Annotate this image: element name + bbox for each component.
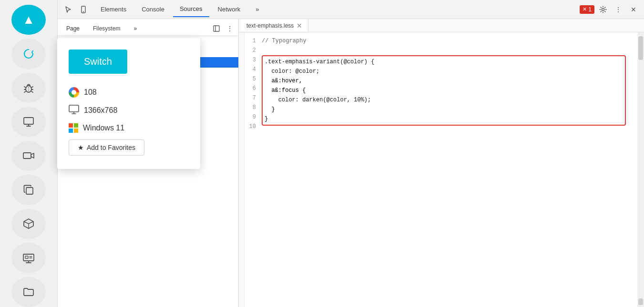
devtools-top-tabs: Elements Console Sources Network » ✕ 1 ⋮…	[58, 0, 644, 19]
sidebar: ▲	[0, 0, 57, 307]
line-numbers: 1 2 3 4 5 6 7 8 9 10	[245, 36, 262, 303]
resolution-value: 1366x768	[84, 106, 117, 115]
svg-rect-12	[26, 188, 33, 194]
svg-line-4	[31, 87, 33, 88]
code-editor-panel: text-emphasis.less ✕ 1 2 3 4 5 6 7	[239, 19, 644, 307]
sub-tab-page[interactable]: Page	[60, 22, 86, 35]
sidebar-btn-folder[interactable]	[11, 277, 46, 307]
code-line-6: a&:focus {	[265, 86, 623, 95]
editor-scrollbar[interactable]	[637, 32, 644, 307]
svg-rect-11	[23, 153, 31, 158]
tab-console[interactable]: Console	[135, 2, 171, 17]
tab-network[interactable]: Network	[211, 2, 247, 17]
favorites-label: Add to Favorites	[87, 144, 135, 151]
sub-tab-more[interactable]: »	[127, 22, 143, 35]
code-line-1: // Typography	[262, 36, 630, 46]
svg-line-3	[24, 91, 26, 92]
code-line-7: color: darken(@color, 10%);	[265, 95, 623, 105]
line-num-3: 3	[248, 55, 256, 65]
code-line-8: }	[265, 105, 623, 114]
svg-line-6	[31, 91, 33, 92]
svg-rect-28	[214, 26, 219, 31]
sources-sub-tabs: Page Filesystem » ⋮	[58, 21, 238, 36]
line-num-7: 7	[248, 93, 256, 103]
monitor-icon	[69, 104, 79, 117]
sidebar-btn-cube[interactable]	[11, 209, 46, 239]
line-num-9: 9	[248, 112, 256, 122]
error-badge: ✕ 1	[580, 5, 594, 14]
cursor-icon-btn[interactable]	[61, 3, 75, 16]
sidebar-btn-video[interactable]	[11, 141, 46, 171]
add-to-favorites-button[interactable]: ★ Add to Favorites	[69, 139, 144, 156]
code-line-4: color: @color;	[265, 67, 623, 76]
line-num-5: 5	[248, 74, 256, 84]
svg-line-15	[24, 222, 29, 224]
code-lines: // Typography .text-emphasis-variant(@co…	[262, 36, 637, 303]
svg-line-1	[24, 87, 26, 88]
sidebar-btn-monitor[interactable]	[11, 107, 46, 137]
star-icon: ★	[78, 144, 84, 151]
file-tree-options-btn[interactable]: ⋮	[223, 22, 236, 35]
scrollbar-track	[637, 60, 644, 298]
svg-rect-22	[69, 105, 79, 112]
line-num-4: 4	[248, 65, 256, 74]
line-num-1: 1	[248, 36, 256, 46]
line-num-10: 10	[248, 122, 256, 131]
code-line-3: .text-emphasis-variant(@color) {	[265, 57, 623, 67]
devtools-icons	[61, 3, 90, 16]
sidebar-btn-screen[interactable]	[11, 243, 46, 273]
line-num-6: 6	[248, 84, 256, 93]
svg-rect-19	[25, 256, 28, 258]
resolution-info-row: 1366x768	[69, 104, 189, 117]
os-info-row: Windows 11	[69, 123, 189, 133]
svg-rect-16	[23, 254, 34, 261]
sidebar-toggle-btn[interactable]	[210, 22, 223, 35]
code-line-10	[262, 126, 630, 135]
chrome-version: 108	[84, 88, 97, 97]
editor-tabs-bar: text-emphasis.less ✕	[239, 19, 644, 32]
switch-button[interactable]: Switch	[69, 50, 127, 74]
sidebar-btn-bug[interactable]	[11, 73, 46, 103]
sub-tab-filesystem[interactable]: Filesystem	[86, 22, 127, 35]
windows-pane-3	[69, 129, 73, 133]
windows-pane-1	[69, 123, 73, 128]
windows-pane-4	[74, 129, 78, 133]
editor-tab-close-btn[interactable]: ✕	[296, 22, 302, 30]
line-num-2: 2	[248, 46, 256, 55]
chrome-icon	[69, 87, 79, 98]
windows-pane-2	[74, 123, 78, 128]
error-x-icon: ✕	[583, 6, 587, 12]
svg-line-14	[29, 222, 33, 224]
chrome-info-row: 108	[69, 87, 189, 98]
editor-body: 1 2 3 4 5 6 7 8 9 10 // Typography	[239, 32, 644, 307]
tab-elements[interactable]: Elements	[94, 2, 133, 17]
error-count: 1	[588, 6, 592, 13]
editor-tab-label: text-emphasis.less	[246, 22, 294, 29]
os-value: Windows 11	[83, 124, 124, 132]
mobile-icon-btn[interactable]	[77, 3, 90, 16]
settings-icon-btn[interactable]	[596, 3, 610, 16]
highlighted-code-block: .text-emphasis-variant(@color) { color: …	[262, 55, 626, 126]
code-content-area[interactable]: 1 2 3 4 5 6 7 8 9 10 // Typography	[245, 32, 637, 307]
scrollbar-bottom	[638, 298, 643, 305]
code-line-9: }	[265, 114, 623, 124]
editor-tab-file[interactable]: text-emphasis.less ✕	[241, 19, 308, 32]
popup-panel: Switch 108 1366x768 Windows 11 ★ Add to …	[57, 38, 200, 169]
tab-more[interactable]: »	[249, 2, 266, 17]
code-line-5: a&:hover,	[265, 76, 623, 86]
code-line-2	[262, 46, 630, 55]
sidebar-btn-copy[interactable]	[11, 175, 46, 205]
sidebar-btn-top[interactable]: ▲	[11, 5, 46, 35]
scrollbar-thumb[interactable]	[638, 36, 643, 60]
svg-point-27	[602, 8, 604, 10]
tab-sources[interactable]: Sources	[173, 1, 209, 17]
sidebar-btn-sync[interactable]	[11, 39, 46, 69]
windows-icon	[69, 123, 78, 133]
more-options-btn[interactable]: ⋮	[612, 3, 625, 16]
svg-rect-8	[24, 118, 33, 124]
editor-left-margin	[239, 32, 245, 307]
close-devtools-btn[interactable]: ✕	[627, 3, 640, 16]
line-num-8: 8	[248, 103, 256, 112]
